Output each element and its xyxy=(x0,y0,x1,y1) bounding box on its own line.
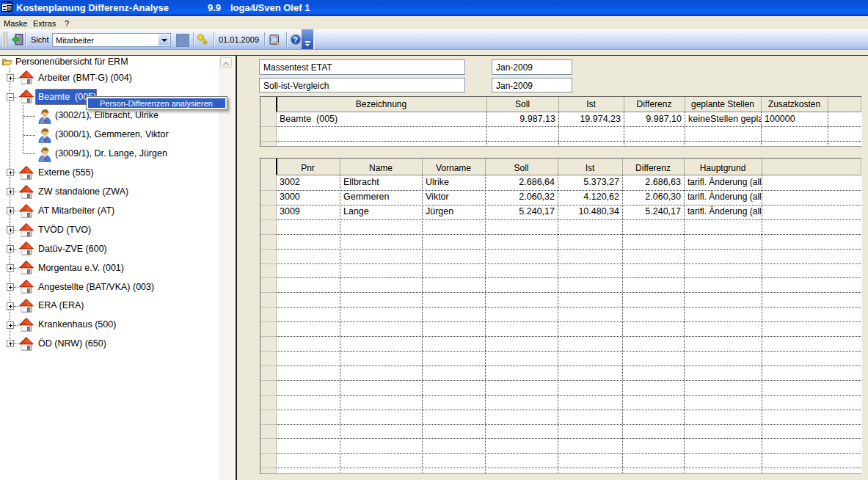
svg-text:?: ? xyxy=(293,36,298,44)
